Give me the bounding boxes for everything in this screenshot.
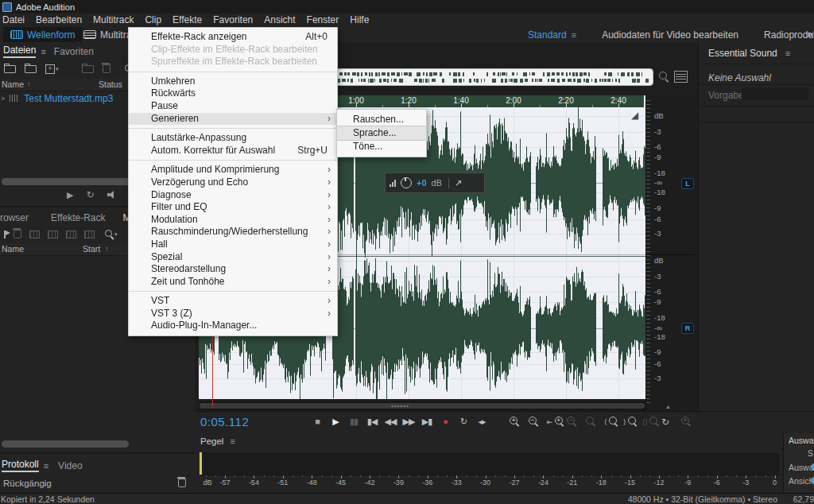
- submenu-arrow-icon: ›: [328, 238, 331, 251]
- column-start[interactable]: Start: [83, 244, 100, 254]
- new-item-button[interactable]: ▾: [45, 64, 59, 74]
- panel-menu-icon[interactable]: ≡: [230, 436, 235, 446]
- file-name[interactable]: Test Mutterstadt.mp3: [24, 93, 113, 104]
- menubar-item-fenster[interactable]: Fenster: [301, 14, 345, 27]
- menu-item-amplitude-und-komprimierung[interactable]: Amplitude und Komprimierung›: [129, 164, 337, 176]
- import-files-icon[interactable]: [25, 65, 37, 73]
- submenu-item-sprache[interactable]: Sprache...: [337, 126, 426, 140]
- record-button[interactable]: ●: [436, 417, 454, 426]
- menu-item-pause[interactable]: Pause: [129, 100, 337, 113]
- marker-search-button[interactable]: ▾: [104, 229, 118, 239]
- workspace-tab-standard[interactable]: Standard≡: [515, 29, 589, 41]
- submenu-item-label: Sprache...: [353, 127, 397, 138]
- right-channel-badge[interactable]: R: [681, 323, 694, 334]
- column-name[interactable]: Name: [2, 79, 24, 89]
- menu-item-spezial[interactable]: Spezial›: [129, 251, 337, 264]
- menubar-item-clip[interactable]: Clip: [139, 14, 167, 27]
- menubar-item-datei[interactable]: Datei: [0, 14, 30, 27]
- gain-knob[interactable]: [401, 177, 412, 188]
- menubar-item-bearbeiten[interactable]: Bearbeiten: [30, 14, 87, 27]
- menu-item-vst-3-z[interactable]: VST 3 (Z)›: [129, 308, 337, 320]
- menu-item-vst[interactable]: VST›: [129, 295, 337, 308]
- editor-options-icon[interactable]: [674, 71, 688, 83]
- menu-item-rauschminderung-wiederherstellung[interactable]: Rauschminderung/Wiederherstellung›: [129, 226, 337, 238]
- history-entry-row[interactable]: Rückgängig: [0, 476, 195, 490]
- clear-history-icon[interactable]: [178, 479, 186, 487]
- workspace-tab-radioproduktion[interactable]: Radioproduktion: [751, 29, 814, 41]
- menu-item-stereodarstellung[interactable]: Stereodarstellung›: [129, 263, 337, 276]
- panel-menu-icon[interactable]: ≡: [44, 461, 48, 471]
- tab-favoriten[interactable]: Favoriten: [54, 46, 94, 57]
- workspace-overflow-button[interactable]: »: [807, 29, 812, 40]
- level-meter[interactable]: [199, 452, 781, 477]
- stop-button[interactable]: ■: [308, 417, 326, 426]
- navigator-zoom-icon[interactable]: [658, 71, 669, 82]
- menubar-item-multitrack[interactable]: Multitrack: [87, 14, 139, 27]
- menu-item-verzögerung-und-echo[interactable]: Verzögerung und Echo›: [129, 176, 337, 189]
- level-scale-tick: [341, 475, 342, 479]
- preview-play-button[interactable]: ▶: [67, 190, 73, 200]
- skip-selection-button[interactable]: ◂▸: [473, 417, 490, 427]
- tab-browser[interactable]: rowser: [0, 212, 29, 223]
- zoom-in-amplitude-button[interactable]: ⇤+: [547, 417, 566, 428]
- expander-icon[interactable]: >: [1, 95, 5, 103]
- menu-item-lautstärke-anpassung[interactable]: Lautstärke-Anpassung: [129, 132, 337, 145]
- menu-item-modulation[interactable]: Modulation›: [129, 214, 337, 227]
- panel-menu-icon[interactable]: ≡: [785, 48, 790, 58]
- menu-item-generieren[interactable]: Generieren›: [129, 113, 337, 126]
- panel-menu-icon[interactable]: ≡: [572, 30, 576, 40]
- zoom-selection-right-button[interactable]: ⟩: [623, 417, 642, 428]
- hud-pin-icon[interactable]: ↗: [448, 178, 462, 188]
- menu-item-hall[interactable]: Hall›: [129, 238, 337, 251]
- add-marker-icon[interactable]: [4, 231, 6, 238]
- open-folder-icon[interactable]: [4, 65, 16, 73]
- menubar-item-effekte[interactable]: Effekte: [167, 14, 207, 27]
- workspace-tab-audiodaten-für-video-bearbeiten[interactable]: Audiodaten für Video bearbeiten: [589, 29, 751, 41]
- reset-zoom-button[interactable]: ↻: [661, 417, 680, 428]
- menubar-item-favoriten[interactable]: Favoriten: [207, 14, 258, 27]
- workspace-tabs: Standard≡Audiodaten für Video bearbeiten…: [515, 27, 814, 42]
- scrollbar-handle[interactable]: [200, 403, 645, 409]
- skip-to-start-button[interactable]: ▮◀: [363, 417, 381, 427]
- menu-item-zeit-und-tonhöhe[interactable]: Zeit und Tonhöhe›: [129, 276, 337, 289]
- fast-forward-button[interactable]: ▶▶: [400, 417, 417, 427]
- menu-item-diagnose[interactable]: Diagnose›: [129, 189, 337, 202]
- tab-dateien[interactable]: Dateien: [3, 45, 36, 58]
- tab-effekte-rack[interactable]: Effekte-Rack: [51, 212, 105, 223]
- zoom-in-time-button[interactable]: +: [509, 417, 528, 428]
- column-status[interactable]: Status: [99, 79, 122, 89]
- column-name[interactable]: Name: [2, 244, 24, 254]
- gain-value[interactable]: +0: [417, 178, 427, 188]
- preview-loop-button[interactable]: ↻: [86, 189, 94, 200]
- gain-hud[interactable]: +0 dB ↗: [385, 173, 485, 193]
- rewind-button[interactable]: ◀◀: [382, 417, 399, 427]
- marker-horizontal-scrollbar[interactable]: [2, 440, 129, 448]
- editor-horizontal-scrollbar[interactable]: ••••••: [199, 401, 645, 410]
- menubar-item-hilfe[interactable]: Hilfe: [344, 14, 374, 27]
- submenu-item-rauschen[interactable]: Rauschen...: [337, 113, 426, 126]
- menu-item-effekte-rack-anzeigen[interactable]: Effekte-Rack anzeigenAlt+0: [129, 31, 337, 44]
- zoom-selection-left-button[interactable]: ⟨: [604, 417, 623, 428]
- skip-to-end-button[interactable]: ▶▮: [418, 417, 436, 427]
- menu-item-umkehren[interactable]: Umkehren: [129, 76, 337, 88]
- menubar-item-ansicht[interactable]: Ansicht: [258, 14, 300, 27]
- loop-playback-button[interactable]: ↻: [455, 417, 472, 427]
- speaker-icon[interactable]: [107, 191, 116, 199]
- menu-item-autom-korrektur-für-auswahl[interactable]: Autom. Korrektur für AuswahlStrg+U: [129, 145, 337, 157]
- preset-field[interactable]: [742, 87, 808, 100]
- zoom-out-time-button[interactable]: −: [528, 417, 547, 428]
- scale-up-icon[interactable]: ▲: [665, 404, 671, 409]
- level-scale-tick: [621, 475, 622, 477]
- time-display[interactable]: 0:05.112: [200, 415, 249, 428]
- menu-item-filter-und-eq[interactable]: Filter und EQ›: [129, 201, 337, 214]
- submenu-item-töne[interactable]: Töne...: [337, 140, 426, 153]
- left-channel-badge[interactable]: L: [681, 178, 694, 189]
- tab-video[interactable]: Video: [58, 460, 82, 471]
- pause-button[interactable]: ▮▮: [345, 417, 362, 427]
- menu-item-audio-plug-in-manager[interactable]: Audio-Plug-In-Manager...: [129, 320, 337, 332]
- menu-item-rückwärts[interactable]: Rückwärts: [129, 87, 337, 100]
- tab-protokoll[interactable]: Protokoll: [2, 459, 39, 472]
- wellenform-button[interactable]: Wellenform: [3, 27, 82, 42]
- play-button[interactable]: ▶: [327, 417, 344, 427]
- panel-menu-icon[interactable]: ≡: [41, 47, 45, 56]
